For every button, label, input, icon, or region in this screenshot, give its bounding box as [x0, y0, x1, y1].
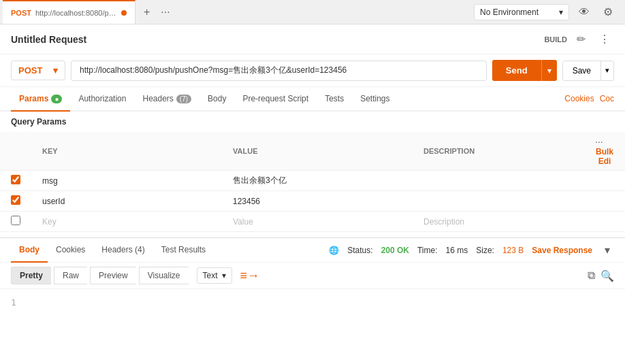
text-format-selector[interactable]: Text ▾ [197, 267, 232, 284]
row1-key-cell: msg [31, 171, 222, 191]
time-value: 16 ms [446, 246, 468, 255]
response-tab-body[interactable]: Body [11, 238, 48, 263]
title-right-actions: BUILD ✏ ⋮ [544, 30, 614, 48]
save-button-group: Save ▾ [562, 61, 614, 81]
tab-url: http://localhost:8080/push/pu... [35, 9, 117, 17]
coc-link[interactable]: Coc [600, 94, 614, 103]
row1-checkbox[interactable] [11, 175, 20, 184]
format-raw-button[interactable]: Raw [54, 267, 87, 284]
row1-checkbox-cell [0, 171, 31, 191]
size-label: Size: [476, 246, 494, 255]
environment-label: No Environment [480, 7, 539, 17]
tab-authorization[interactable]: Authorization [70, 87, 134, 112]
send-button[interactable]: Send [492, 60, 541, 81]
request-title-bar: Untitled Request BUILD ✏ ⋮ [0, 24, 625, 54]
save-dropdown-button[interactable]: ▾ [600, 61, 613, 80]
environment-selector[interactable]: No Environment ▾ [474, 4, 569, 20]
response-more-button[interactable]: ▾ [600, 241, 614, 259]
bulk-more-button[interactable]: ··· [595, 136, 603, 147]
tab-params[interactable]: Params ● [11, 87, 70, 112]
new-tab-button[interactable]: + [141, 3, 153, 21]
row1-value-cell: 售出余额3个亿 [222, 171, 413, 191]
line-number-1: 1 [11, 297, 16, 308]
size-value: 123 B [502, 246, 524, 255]
response-format-toolbar: Pretty Raw Preview Visualize Text ▾ ≡→ ⧉… [0, 263, 625, 289]
method-label: POST [18, 65, 42, 76]
time-label: Time: [417, 246, 438, 255]
row1-actions-cell [584, 171, 625, 191]
method-selector[interactable]: POST ▾ [11, 61, 65, 80]
response-body: 1 [0, 289, 625, 330]
tab-bar: POST http://localhost:8080/push/pu... + … [0, 0, 625, 24]
row3-desc-cell[interactable]: Description [413, 212, 584, 232]
params-table: KEY VALUE DESCRIPTION ··· Bulk Edi msg [0, 132, 625, 232]
response-icon-buttons: ⧉ 🔍 [588, 269, 614, 282]
row3-key-cell[interactable]: Key [31, 212, 222, 232]
row3-desc-placeholder: Description [423, 217, 464, 227]
tab-right-links: Cookies Coc [564, 94, 614, 103]
tab-settings[interactable]: Settings [352, 87, 398, 112]
row1-desc-cell [413, 171, 584, 191]
row2-checkbox-cell [0, 191, 31, 212]
search-response-button[interactable]: 🔍 [600, 269, 614, 282]
send-dropdown-button[interactable]: ▾ [541, 60, 557, 81]
active-tab[interactable]: POST http://localhost:8080/push/pu... [3, 0, 135, 24]
tab-pre-request[interactable]: Pre-request Script [234, 87, 317, 112]
row2-key-cell: userId [31, 191, 222, 212]
text-format-label: Text [203, 271, 218, 280]
response-tab-headers[interactable]: Headers (4) [93, 238, 153, 263]
request-title: Untitled Request [11, 34, 86, 45]
send-button-group: Send ▾ [492, 60, 557, 81]
row2-checkbox[interactable] [11, 195, 20, 205]
checkbox-col-header [0, 132, 31, 171]
url-input[interactable] [71, 61, 487, 81]
save-response-button[interactable]: Save Response [532, 246, 592, 255]
params-active-badge: ● [51, 95, 62, 103]
response-status-area: 🌐 Status: 200 OK Time: 16 ms Size: 123 B… [329, 241, 614, 259]
row3-checkbox[interactable] [11, 216, 20, 225]
text-format-chevron-icon: ▾ [222, 271, 226, 280]
format-visualize-button[interactable]: Visualize [139, 267, 189, 284]
url-bar: POST ▾ Send ▾ Save ▾ [0, 54, 625, 87]
more-options-button[interactable]: ⋮ [595, 30, 614, 48]
row3-value-cell[interactable]: Value [222, 212, 413, 232]
tab-headers[interactable]: Headers (7) [134, 87, 199, 112]
eye-icon-button[interactable]: 👁 [575, 3, 594, 21]
copy-response-button[interactable]: ⧉ [588, 269, 595, 282]
row3-actions-cell [584, 212, 625, 232]
format-pretty-button[interactable]: Pretty [11, 267, 51, 284]
value-col-header: VALUE [222, 132, 413, 171]
row1-value-value: 售出余额3个亿 [233, 176, 287, 185]
row2-value-cell: 123456 [222, 191, 413, 212]
bottom-panel: Body Cookies Headers (4) Test Results 🌐 … [0, 237, 625, 330]
tab-modified-dot [121, 10, 127, 16]
response-tab-cookies[interactable]: Cookies [48, 238, 93, 263]
format-preview-button[interactable]: Preview [90, 267, 136, 284]
edit-icon-button[interactable]: ✏ [573, 30, 590, 48]
method-chevron-icon: ▾ [53, 65, 58, 76]
wrap-lines-button[interactable]: ≡→ [240, 269, 260, 283]
response-tabs-row: Body Cookies Headers (4) Test Results 🌐 … [0, 238, 625, 263]
tab-tests[interactable]: Tests [317, 87, 352, 112]
build-button[interactable]: BUILD [544, 35, 567, 44]
actions-col-header: ··· Bulk Edi [584, 132, 625, 171]
tab-actions: + ··· [135, 3, 178, 21]
tab-body[interactable]: Body [199, 87, 234, 112]
status-label: Status: [347, 246, 372, 255]
row2-value-value: 123456 [233, 197, 260, 206]
table-row: userId 123456 [0, 191, 625, 212]
row2-key-value: userId [42, 197, 65, 206]
desc-col-header: DESCRIPTION [413, 132, 584, 171]
table-row: msg 售出余额3个亿 [0, 171, 625, 191]
save-button[interactable]: Save [563, 61, 600, 80]
cookies-link[interactable]: Cookies [564, 94, 594, 103]
settings-icon-button[interactable]: ⚙ [599, 3, 617, 21]
bulk-edit-button[interactable]: Bulk Edi [595, 147, 614, 166]
more-tabs-button[interactable]: ··· [158, 3, 172, 21]
globe-icon: 🌐 [329, 246, 339, 255]
headers-count-badge: (7) [176, 95, 191, 103]
response-tab-test-results[interactable]: Test Results [153, 238, 214, 263]
row2-actions-cell [584, 191, 625, 212]
row3-checkbox-cell [0, 212, 31, 232]
request-tabs-row: Params ● Authorization Headers (7) Body … [0, 87, 625, 112]
